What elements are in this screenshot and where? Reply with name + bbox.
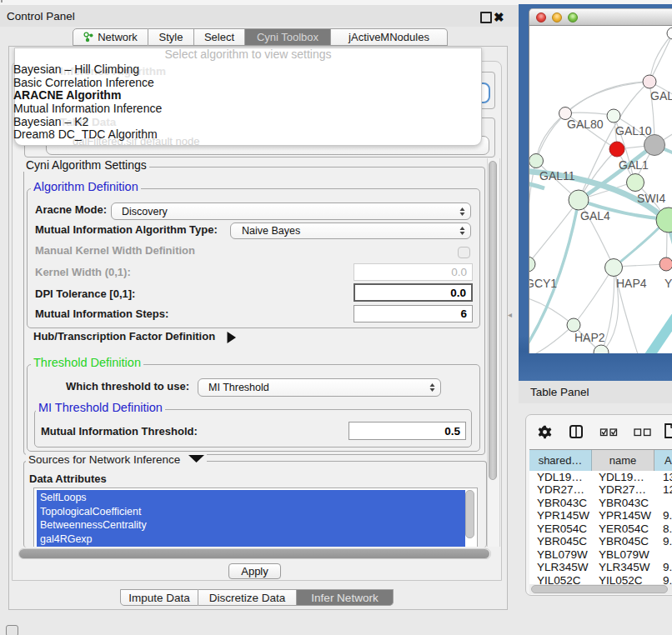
svg-text:Y: Y [664, 277, 672, 290]
svg-text:GAL4: GAL4 [580, 209, 610, 222]
svg-text:GAL10: GAL10 [615, 124, 652, 138]
svg-text:GAL1: GAL1 [619, 158, 649, 172]
svg-text:GAL80: GAL80 [567, 118, 604, 131]
svg-text:GCY1: GCY1 [529, 277, 557, 290]
svg-text:GAL: GAL [650, 89, 672, 102]
svg-text:HAP4: HAP4 [616, 277, 647, 290]
svg-text:SWI4: SWI4 [637, 192, 665, 205]
svg-text:HAP2: HAP2 [574, 331, 605, 344]
svg-text:GAL11: GAL11 [539, 169, 575, 182]
